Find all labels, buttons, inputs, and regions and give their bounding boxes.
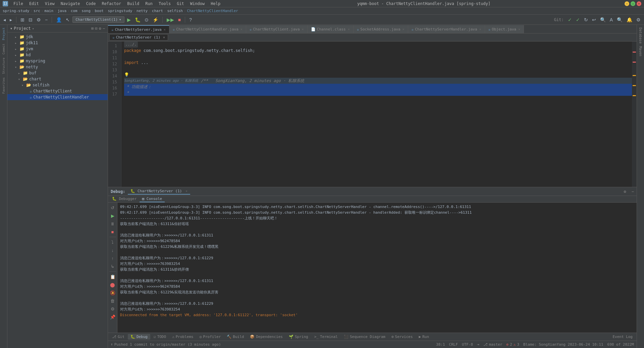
tab-chartnetty-server[interactable]: ☕ ChartNettyServer.java × <box>108 25 169 33</box>
server-tab-close-icon[interactable]: × <box>163 36 165 39</box>
bottom-tab-event-log[interactable]: Event Log <box>610 334 635 340</box>
coverage-button[interactable]: ⊙ <box>143 16 150 23</box>
close-button[interactable]: × <box>637 1 641 6</box>
tab-socketaddress[interactable]: ☕ SocketAddress.java × <box>354 25 408 33</box>
debug-server-close[interactable]: × <box>185 189 187 193</box>
minimize-button[interactable]: − <box>625 1 629 6</box>
resume-button[interactable]: ▶▶ <box>165 16 175 23</box>
bottom-tab-services[interactable]: ⚙ Services <box>389 334 416 340</box>
breadcrumb-src[interactable]: src <box>34 9 40 13</box>
bottom-tab-build[interactable]: 🔨 Build <box>224 334 247 340</box>
expand-all-icon[interactable]: ⊞ <box>91 26 94 31</box>
maximize-button[interactable]: □ <box>631 1 635 6</box>
tree-item-netty[interactable]: ▾ 📂 netty <box>7 64 108 70</box>
breadcrumb-java[interactable]: java <box>58 9 67 13</box>
debug-button[interactable]: 🐛 <box>133 16 142 23</box>
settings-global-button[interactable]: ⚙ <box>635 16 642 23</box>
tab-close-icon[interactable]: × <box>348 27 350 31</box>
menu-run[interactable]: Run <box>143 1 155 7</box>
menu-file[interactable]: File <box>11 1 26 7</box>
menu-help[interactable]: Help <box>208 1 223 7</box>
notifications-button[interactable]: 🔔 <box>625 16 634 23</box>
breadcrumb-boot[interactable]: boot <box>95 9 104 13</box>
tree-item-myspring[interactable]: ▸ 📁 myspring <box>7 58 108 64</box>
git-push-button[interactable]: ✓ <box>575 16 581 23</box>
status-pushed[interactable]: ⬆ Pushed 1 commit to origin/master (3 mi… <box>111 342 221 347</box>
debug-restart-btn[interactable]: ↺ <box>109 204 116 211</box>
tree-item-chart[interactable]: ▾ 📂 chart <box>7 76 108 82</box>
tab-close-icon[interactable]: × <box>518 27 520 31</box>
menu-build[interactable]: Build <box>124 1 142 7</box>
project-close-icon[interactable]: − <box>103 26 105 31</box>
debug-evaluate-btn[interactable]: 📋 <box>109 273 116 280</box>
tab-close-icon[interactable]: × <box>302 27 304 31</box>
debug-subtab-debugger[interactable]: 🐛 Debugger <box>109 196 140 202</box>
status-encoding[interactable]: UTF-8 <box>462 342 473 347</box>
menu-git[interactable]: Git <box>174 1 187 7</box>
tree-item-kd[interactable]: ▸ 📁 kd <box>7 52 108 58</box>
favorites-sidebar-icon[interactable]: Favorites <box>1 76 6 95</box>
bottom-tab-todo[interactable]: ☑ TODO <box>151 334 169 340</box>
help-button[interactable]: ? <box>188 16 193 23</box>
bottom-tab-terminal[interactable]: >_ Terminal <box>312 334 340 340</box>
menu-tools[interactable]: Tools <box>156 1 173 7</box>
project-sidebar-icon[interactable]: Project <box>1 26 6 42</box>
status-blame[interactable]: Blame: SongXianYang 2023-06-24 10:11 <box>523 342 603 347</box>
breadcrumb-selfish[interactable]: selfish <box>167 9 183 13</box>
bottom-tab-sequence[interactable]: ⬛ Sequence Diagram <box>341 334 388 340</box>
status-git-branch[interactable]: ⎇ master <box>483 342 502 347</box>
search-everywhere-button[interactable]: 🔍 <box>615 16 624 23</box>
tab-object[interactable]: ☕ Object.java × <box>485 25 524 33</box>
breadcrumb-springstudy[interactable]: springstudy <box>108 9 132 13</box>
menu-code[interactable]: Code <box>84 1 99 7</box>
toolbar-settings-button[interactable]: ⚙ <box>35 16 42 23</box>
toolbar-collapse-button[interactable]: ⊟ <box>27 16 34 23</box>
collapse-all-icon[interactable]: ⊟ <box>95 26 97 31</box>
debug-subtab-console[interactable]: ▤ Console <box>140 196 165 202</box>
bottom-tab-dependencies[interactable]: 📦 Dependencies <box>247 334 285 340</box>
debug-stop-btn[interactable]: ■ <box>109 228 116 235</box>
tab-close-icon[interactable]: × <box>402 27 405 31</box>
bottom-tab-profiler[interactable]: ◎ Profiler <box>197 334 224 340</box>
toolbar-cursor-button[interactable]: ↖ <box>64 16 71 23</box>
tab-chartnetty-clienthandler[interactable]: ☕ ChartNettyClientHandler.java × <box>169 25 246 33</box>
maven-sidebar-icon[interactable]: Maven <box>637 45 644 58</box>
project-settings-icon[interactable]: ⚙ <box>99 26 101 31</box>
menu-refactor[interactable]: Refactor <box>99 1 124 7</box>
debug-step-over-btn[interactable]: ⤵ <box>109 238 116 246</box>
git-search-button[interactable]: 🔍 <box>599 16 607 23</box>
toolbar-panel-button[interactable]: − <box>44 16 49 23</box>
profile-button[interactable]: ⚡ <box>151 16 160 23</box>
toolbar-expand-button[interactable]: ⊞ <box>19 16 26 23</box>
tree-item-jvm[interactable]: ▸ 📁 jvm <box>7 46 108 52</box>
stop-button[interactable]: ■ <box>177 16 182 23</box>
toolbar-back-button[interactable]: ◂ <box>2 16 7 23</box>
debug-breakpoints-btn[interactable]: ⬤ <box>109 281 116 288</box>
code-editor[interactable]: .../. package com.song.boot.springstudy.… <box>121 42 637 187</box>
tree-item-chartnetty-client-handler[interactable]: ☕ ChartNettyClientHandler <box>7 94 108 100</box>
tree-item-chartnetty-client[interactable]: ☕ ChartNettyClient <box>7 88 108 94</box>
breadcrumb-netty[interactable]: netty <box>137 9 148 13</box>
debug-settings-icon[interactable]: ⚙ <box>624 189 626 194</box>
debug-resume-btn[interactable]: ▶ <box>109 212 116 219</box>
run-button[interactable]: ▶ <box>126 16 132 23</box>
status-line-sep[interactable]: CRLF <box>449 342 458 347</box>
tab-close-icon[interactable]: × <box>164 28 166 31</box>
database-sidebar-icon[interactable]: Database <box>637 26 644 45</box>
translate-button[interactable]: A <box>608 16 614 23</box>
tab-chartnetty-serverhandler[interactable]: ☕ ChartNettyServerHandler.java × <box>408 25 485 33</box>
debug-pin-btn[interactable]: 📌 <box>109 313 116 321</box>
breadcrumb-song[interactable]: song <box>82 9 91 13</box>
tab-close-icon[interactable]: × <box>479 27 481 31</box>
toolbar-user-button[interactable]: 👤 <box>55 16 63 23</box>
project-label[interactable]: ▾ Project ▾ <box>10 26 34 31</box>
debug-settings-side-btn[interactable]: ⚙ <box>109 305 116 312</box>
breadcrumb-handler[interactable]: ChartNettyClientHandler <box>187 9 238 13</box>
tab-close-icon[interactable]: × <box>240 27 243 31</box>
menu-navigate[interactable]: Navigate <box>58 1 83 7</box>
server-tab-item[interactable]: ☕ ChartNettyServer (1) × <box>109 34 168 41</box>
status-errors[interactable]: ⊘ 2 ⚠ 3 <box>506 342 520 347</box>
menu-window[interactable]: Window <box>187 1 207 7</box>
breadcrumb-chart[interactable]: chart <box>152 9 163 13</box>
commit-sidebar-icon[interactable]: Commit <box>1 42 6 56</box>
